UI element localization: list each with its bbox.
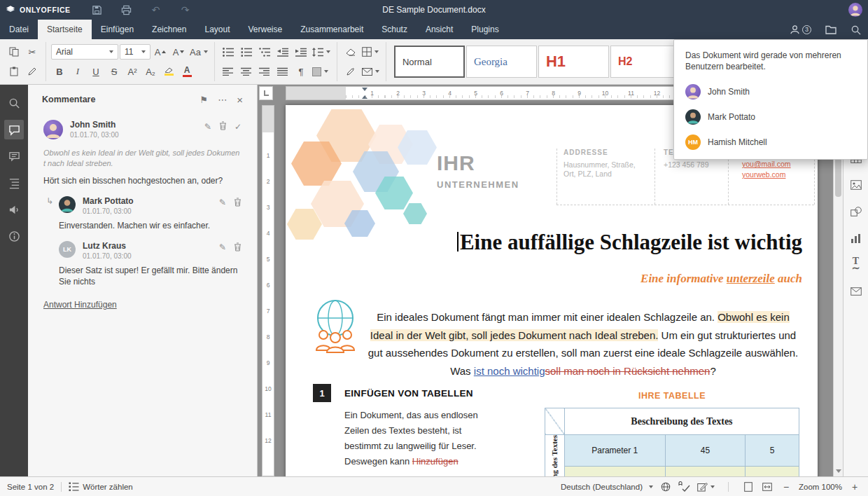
more-options-icon[interactable]: ⋯ [218, 95, 227, 105]
line-spacing-button[interactable] [311, 43, 332, 60]
cut-button[interactable]: ✂ [24, 43, 41, 60]
tab-zeichnen[interactable]: Zeichnen [143, 20, 195, 39]
font-name-select[interactable]: Arial [51, 44, 118, 60]
tab-einfuegen[interactable]: Einfügen [92, 20, 143, 39]
search-button[interactable] [844, 20, 868, 39]
nonprinting-characters-button[interactable]: ¶ [293, 63, 309, 80]
delete-comment-icon[interactable] [234, 242, 241, 254]
style-h2[interactable]: H2 [610, 46, 681, 78]
spellcheck-button[interactable] [678, 481, 691, 493]
chat-panel-button[interactable] [4, 146, 24, 166]
superscript-button[interactable]: A² [124, 63, 141, 80]
zoom-in-button[interactable]: + [848, 481, 861, 493]
table-cell[interactable]: Parameter 2 [564, 467, 665, 476]
email-link[interactable]: you@mail.com [742, 160, 808, 169]
style-h1[interactable]: H1 [538, 46, 609, 78]
table-cell[interactable]: 45 [665, 435, 746, 467]
language-select[interactable]: Deutsch (Deutschland) [561, 483, 653, 491]
document-table[interactable]: Beschreibung des Textes Beschreibung des… [545, 408, 799, 476]
table-header-cell[interactable]: Beschreibung des Textes [564, 408, 799, 435]
format-painter-button[interactable] [24, 63, 41, 80]
table-side-header-cell[interactable]: Beschreibung des Textes [545, 435, 565, 477]
tab-layout[interactable]: Layout [195, 20, 239, 39]
numbered-list-button[interactable] [238, 43, 255, 60]
strikeout-button[interactable]: S [106, 63, 122, 80]
image-settings-icon[interactable] [847, 176, 865, 194]
save-button[interactable] [90, 3, 104, 17]
table-cell[interactable]: 10 [746, 467, 799, 476]
collaboration-users-button[interactable]: 3 [783, 20, 818, 39]
user-avatar[interactable] [848, 3, 862, 17]
open-file-location-button[interactable] [818, 20, 844, 39]
tab-stop-selector[interactable] [259, 86, 273, 100]
mailmerge-settings-icon[interactable] [847, 282, 865, 301]
tab-startseite[interactable]: Startseite [38, 20, 92, 39]
word-count-button[interactable]: Wörter zählen [69, 482, 133, 492]
copy-button[interactable] [6, 43, 22, 60]
bold-button[interactable]: B [51, 63, 68, 80]
track-changes-button[interactable] [697, 481, 715, 493]
undo-button[interactable]: ↶ [149, 3, 163, 17]
increase-font-button[interactable]: A [152, 43, 169, 60]
mail-merge-button[interactable] [360, 63, 381, 80]
font-size-select[interactable]: 11 [120, 44, 150, 60]
edit-comment-icon[interactable]: ✎ [204, 122, 211, 132]
navigation-panel-button[interactable] [4, 173, 24, 193]
close-panel-icon[interactable]: × [237, 94, 243, 106]
underline-button[interactable]: U [88, 63, 104, 80]
find-button[interactable] [4, 93, 24, 113]
increase-indent-button[interactable] [293, 43, 309, 60]
redo-button[interactable]: ↷ [178, 3, 192, 17]
tab-zusammenarbeit[interactable]: Zusammenarbeit [291, 20, 372, 39]
delete-comment-icon[interactable] [219, 121, 227, 132]
shading-button[interactable] [311, 63, 330, 80]
font-color-button[interactable]: A [178, 63, 195, 80]
resolve-filter-icon[interactable]: ⚑ [200, 95, 209, 105]
shape-settings-icon[interactable] [847, 202, 865, 221]
bullet-list-button[interactable] [220, 43, 237, 60]
add-reply-link[interactable]: Antwort Hinzufügen [43, 300, 117, 310]
page-indicator[interactable]: Seite 1 von 2 [7, 483, 54, 491]
website-link[interactable]: yourweb.com [742, 170, 808, 179]
fit-page-button[interactable] [742, 481, 755, 493]
tab-plugins[interactable]: Plugins [462, 20, 507, 39]
fit-width-button[interactable] [761, 481, 774, 493]
borders-button[interactable] [360, 43, 380, 60]
subscript-button[interactable]: A₂ [142, 63, 159, 80]
table-cell[interactable]: 70 [665, 467, 746, 476]
tab-ansicht[interactable]: Ansicht [416, 20, 462, 39]
clear-style-button[interactable] [342, 43, 359, 60]
print-button[interactable] [120, 3, 134, 17]
comments-panel-button[interactable] [4, 120, 24, 139]
table-cell[interactable]: 5 [746, 435, 799, 467]
multilevel-list-button[interactable] [256, 43, 273, 60]
copy-style-button[interactable] [342, 63, 359, 80]
table-cell[interactable]: Parameter 1 [564, 435, 665, 467]
edit-comment-icon[interactable]: ✎ [219, 242, 226, 254]
style-georgia[interactable]: Georgia [466, 46, 537, 78]
decrease-indent-button[interactable] [274, 43, 291, 60]
zoom-out-button[interactable]: − [780, 481, 792, 493]
highlight-color-button[interactable] [160, 63, 177, 80]
delete-comment-icon[interactable] [234, 198, 241, 209]
tab-schutz[interactable]: Schutz [372, 20, 416, 39]
italic-button[interactable]: I [69, 63, 86, 80]
edit-comment-icon[interactable]: ✎ [219, 198, 226, 209]
align-left-button[interactable] [220, 63, 237, 80]
document-language-button[interactable] [659, 481, 672, 493]
tab-verweise[interactable]: Verweise [239, 20, 292, 39]
table-corner-cell[interactable] [545, 408, 565, 435]
scroll-down-icon[interactable] [836, 469, 841, 473]
left-indent-marker[interactable] [362, 92, 368, 99]
about-button[interactable] [4, 226, 24, 246]
paste-button[interactable] [6, 63, 22, 80]
change-case-button[interactable]: Aa [188, 43, 209, 60]
align-right-button[interactable] [256, 63, 273, 80]
resolve-comment-icon[interactable]: ✓ [234, 122, 241, 132]
align-center-button[interactable] [238, 63, 255, 80]
style-normal[interactable]: Normal [394, 46, 465, 78]
textart-settings-icon[interactable]: T∼ [847, 256, 865, 274]
chart-settings-icon[interactable] [847, 229, 865, 247]
document-page[interactable]: IHR UNTERNEHMEN ADDRESSE Hausnummer, Str… [286, 105, 818, 476]
feedback-button[interactable] [4, 200, 24, 219]
